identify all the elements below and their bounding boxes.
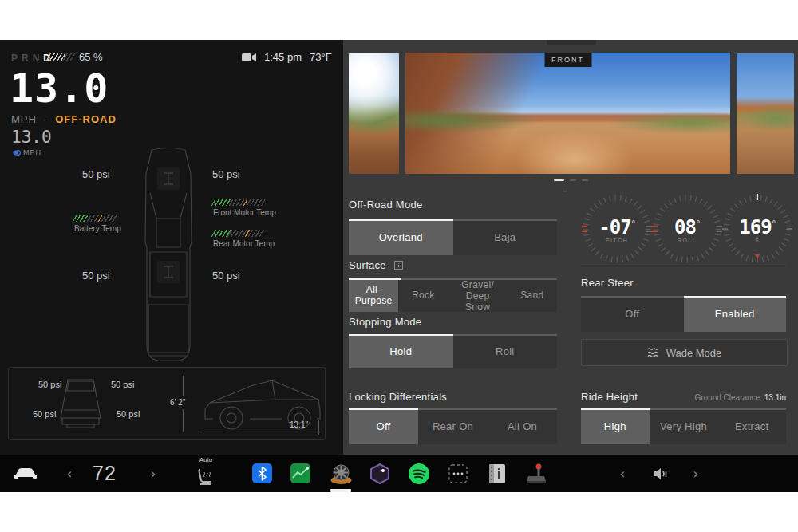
more-apps-icon [448, 464, 468, 483]
clock: 1:45 pm [264, 51, 302, 63]
camera-carousel-dots[interactable] [343, 179, 798, 181]
camera-front-badge: FRONT [544, 53, 591, 67]
ground-clearance-label: 13.1" [290, 420, 308, 429]
active-app-indicator [330, 489, 351, 492]
app-trading[interactable] [289, 455, 311, 492]
cabin-temp[interactable]: 72 [82, 455, 127, 492]
vehicle-topview [139, 147, 198, 364]
front-motor-temp-gauge [211, 199, 266, 206]
wheel-speed-unit: MPH [23, 148, 41, 156]
battery-temp-label: Battery Temp [74, 224, 121, 233]
offroad-mode-segment: Overland Baja [349, 221, 557, 255]
roll-gauge: 08° ROLL [652, 194, 722, 264]
gear-r: R [22, 53, 33, 64]
rear-steer-off-button[interactable]: Off [581, 298, 684, 332]
front-tire-rl: 50 psi [33, 409, 56, 419]
seat-auto-label: Auto [192, 456, 220, 463]
camera-right-repeater[interactable] [737, 53, 794, 174]
heading-label: S [722, 238, 792, 243]
offroad-mode-heading: Off-Road Mode [349, 199, 557, 211]
stopping-mode-hold-button[interactable]: Hold [349, 336, 453, 368]
stopping-mode-roll-button[interactable]: Roll [453, 336, 558, 368]
rear-steer-heading: Rear Steer [581, 277, 786, 289]
drive-mode-badge: OFF-ROAD [55, 113, 117, 125]
rear-motor-temp-gauge [211, 230, 266, 237]
battery-temp-gauge [72, 215, 119, 222]
rear-motor-temp-label: Rear Motor Temp [213, 239, 275, 248]
front-tire-fl: 50 psi [38, 380, 61, 389]
rear-steer-segment: Off Enabled [581, 298, 786, 332]
videocam-icon[interactable] [242, 53, 256, 62]
surface-gravel-deep-snow-button[interactable]: Gravel/ Deep Snow [448, 280, 508, 312]
bottom-dock: ‹ 72 › Auto [0, 455, 798, 492]
vehicle-controls-button[interactable] [10, 455, 41, 492]
carousel-dot-active[interactable] [554, 179, 564, 181]
tire-pressure-front-left: 50 psi [82, 168, 110, 180]
offroad-wheel-icon [330, 463, 352, 484]
locking-diff-all-on-button[interactable]: All On [488, 410, 557, 444]
trading-icon [290, 463, 310, 483]
camera-left-repeater[interactable] [349, 53, 399, 174]
app-more[interactable] [447, 455, 469, 492]
wade-mode-label: Wade Mode [666, 347, 722, 359]
app-arcade[interactable] [523, 455, 549, 492]
surface-heading: Surface [349, 259, 557, 271]
ride-height-very-high-button[interactable]: Very High [650, 410, 718, 444]
app-spotify[interactable] [407, 455, 431, 492]
seat-heater-button[interactable]: Auto [192, 455, 220, 492]
stopping-mode-segment: Hold Roll [349, 336, 557, 368]
app-beacon[interactable] [368, 455, 392, 492]
app-manual[interactable] [485, 455, 509, 492]
ride-height-extract-button[interactable]: Extract [717, 410, 786, 444]
rear-steer-enabled-button[interactable]: Enabled [684, 298, 787, 332]
vehicle-frontview [54, 375, 107, 431]
surface-rock-button[interactable]: Rock [398, 280, 448, 312]
speed-unit: MPH [11, 113, 37, 125]
tire-pressure-front-right: 50 psi [212, 168, 240, 180]
bluetooth-icon [252, 463, 272, 483]
offroad-mode-baja-button[interactable]: Baja [453, 221, 558, 255]
carousel-dot[interactable] [570, 179, 576, 181]
surface-all-purpose-button[interactable]: All-Purpose [349, 280, 398, 312]
vehicle-dimensions-panel: 50 psi 50 psi 50 psi 50 psi 6' 2" [8, 367, 326, 440]
ground-clearance-note: Ground Clearance: 13.1in [650, 393, 786, 402]
wheel-speed-unit-row: MPH [13, 148, 41, 156]
volume-up-button[interactable]: › [686, 455, 705, 492]
camera-collapse-chevron-icon[interactable]: ⌄ [559, 185, 570, 194]
roll-label: ROLL [652, 238, 722, 243]
battery-gauge-icon [45, 53, 75, 61]
volume-button[interactable] [648, 455, 674, 492]
offroad-panel: FRONT ⌄ Off-Road Mode Overland Baja Surf… [343, 40, 798, 455]
arcade-icon [525, 463, 547, 484]
speed-unit-row: MPH·OFF-ROAD [11, 113, 117, 125]
heading-value: 169 [739, 216, 771, 238]
volume-icon [653, 467, 669, 480]
wade-mode-button[interactable]: Wade Mode [581, 339, 788, 366]
app-bluetooth[interactable] [251, 455, 273, 492]
tire-pressure-rear-left: 50 psi [82, 270, 110, 282]
volume-down-button[interactable]: ‹ [613, 455, 632, 492]
surface-sand-button[interactable]: Sand [508, 280, 557, 312]
tesla-touchscreen: PRND 65 % 1:45 pm 73°F 13.0 MPH·OFF-ROAD… [0, 40, 798, 492]
pitch-gauge: -07° PITCH [582, 194, 652, 264]
offroad-mode-overland-button[interactable]: Overland [349, 221, 453, 255]
ride-height-high-button[interactable]: High [581, 410, 650, 444]
carousel-dot[interactable] [582, 179, 588, 181]
spotify-icon [409, 463, 429, 484]
speed-value: 13.0 [10, 65, 109, 112]
locking-diff-off-button[interactable]: Off [349, 410, 418, 444]
surface-info-icon[interactable] [394, 261, 403, 270]
ride-height-segment: High Very High Extract [581, 410, 786, 444]
locking-diff-rear-on-button[interactable]: Rear On [418, 410, 488, 444]
temp-up-button[interactable]: › [144, 455, 163, 492]
tire-pressure-rear-right: 50 psi [212, 270, 240, 282]
vehicle-icon [14, 467, 38, 480]
panel-drag-handle[interactable] [547, 40, 596, 45]
app-offroad-active[interactable] [329, 455, 353, 492]
vehicle-height-label: 6' 2" [170, 398, 185, 407]
locking-differentials-segment: Off Rear On All On [349, 410, 557, 444]
pitch-value: -07 [598, 216, 630, 238]
camera-front[interactable]: FRONT [405, 53, 730, 174]
gear-p: P [11, 53, 22, 64]
temp-down-button[interactable]: ‹ [60, 455, 79, 492]
